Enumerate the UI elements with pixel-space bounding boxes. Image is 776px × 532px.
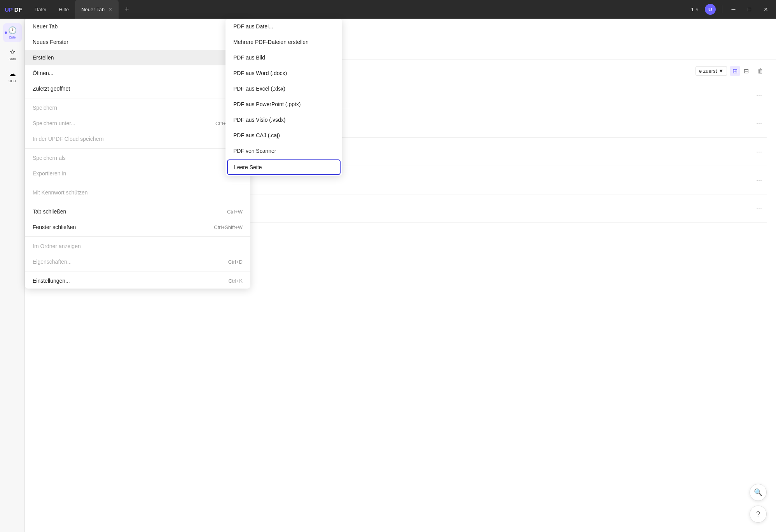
grid-view-button[interactable]: ⊞ (730, 66, 740, 76)
menu-separator (25, 202, 250, 202)
menu-separator (25, 183, 250, 183)
menu-item-save-as: Speichern unter... Ctrl+Shift+S (25, 116, 250, 131)
titlebar-right: 1 ∨ U ─ □ ✕ (691, 4, 771, 15)
sidebar-item-recent[interactable]: 🕐 Zule (3, 23, 22, 42)
view-toggle: ⊞ ⊟ (730, 66, 751, 76)
file-context-menu[interactable]: ··· (755, 118, 764, 129)
active-indicator (5, 32, 7, 34)
sidebar-item-starred[interactable]: ☆ Sam (3, 45, 22, 64)
menu-separator (25, 236, 250, 237)
divider (722, 5, 722, 13)
menu-item-create[interactable]: Erstellen › (25, 50, 250, 65)
tab-count[interactable]: 1 ∨ (691, 7, 698, 12)
tab-neuer-tab[interactable]: Neuer Tab ✕ (75, 0, 119, 19)
close-button[interactable]: ✕ (760, 5, 771, 14)
maximize-button[interactable]: □ (745, 5, 754, 14)
titlebar-tabs: Datei Hilfe Neuer Tab ✕ + (28, 0, 132, 19)
submenu-item-multi-pdf[interactable]: Mehrere PDF-Dateien erstellen (225, 34, 342, 50)
menu-item-export-as: Speichern als (25, 150, 250, 166)
menu-item-save-cloud: In der UPDF Cloud speichern (25, 131, 250, 147)
file-context-menu[interactable]: ··· (755, 175, 764, 186)
submenu-item-pdf-from-excel[interactable]: PDF aus Excel (.xlsx) (225, 81, 342, 96)
help-fab-button[interactable]: ? (750, 506, 767, 523)
chevron-down-icon: ∨ (696, 7, 699, 12)
app-logo: UPDF (5, 6, 22, 13)
menu-item-open[interactable]: Öffnen... Ctrl+O (25, 65, 250, 81)
tab-hilfe[interactable]: Hilfe (52, 0, 75, 19)
tab-datei[interactable]: Datei (28, 0, 52, 19)
menu-item-properties: Eigenschaften... Ctrl+D (25, 254, 250, 270)
submenu-item-pdf-from-caj[interactable]: PDF aus CAJ (.caj) (225, 128, 342, 143)
minimize-button[interactable]: ─ (729, 5, 739, 14)
create-submenu: PDF aus Datei... Mehrere PDF-Dateien ers… (225, 19, 342, 176)
clock-icon: 🕐 (8, 26, 17, 35)
menu-item-export-to: Exportieren in (25, 166, 250, 181)
submenu-item-pdf-from-ppt[interactable]: PDF aus PowerPoint (.pptx) (225, 96, 342, 112)
close-tab-icon[interactable]: ✕ (108, 7, 112, 12)
menu-item-close-tab[interactable]: Tab schließen Ctrl+W (25, 204, 250, 219)
search-fab-button[interactable]: 🔍 (750, 484, 767, 501)
cloud-icon: ☁ (9, 70, 16, 78)
star-icon: ☆ (9, 48, 16, 56)
menu-separator (25, 148, 250, 149)
menu-item-new-window[interactable]: Neues Fenster Ctrl+N (25, 34, 250, 50)
new-tab-button[interactable]: + (122, 4, 132, 15)
help-icon: ? (756, 510, 760, 518)
submenu-panel: PDF aus Datei... Mehrere PDF-Dateien ers… (225, 19, 342, 176)
delete-button[interactable]: 🗑 (754, 66, 767, 76)
menu-item-protect: Mit Kennwort schützen (25, 185, 250, 200)
submenu-item-pdf-from-file[interactable]: PDF aus Datei... (225, 19, 342, 34)
submenu-item-pdf-from-scanner[interactable]: PDF von Scanner (225, 143, 342, 159)
file-menu-dropdown: Neuer Tab Ctrl+T Neues Fenster Ctrl+N Er… (25, 19, 250, 289)
sidebar-item-cloud[interactable]: ☁ UPD (3, 67, 22, 86)
submenu-item-blank-page[interactable]: Leere Seite (227, 159, 341, 175)
file-context-menu[interactable]: ··· (755, 89, 764, 101)
menu-item-save: Speichern Ctrl+S (25, 100, 250, 116)
search-icon: 🔍 (754, 488, 762, 497)
titlebar: UPDF Datei Hilfe Neuer Tab ✕ + 1 ∨ U ─ □… (0, 0, 776, 19)
sidebar: 🕐 Zule ☆ Sam ☁ UPD (0, 19, 25, 532)
sort-dropdown[interactable]: e zuerst ▼ (696, 66, 727, 76)
menu-item-settings[interactable]: Einstellungen... Ctrl+K (25, 273, 250, 289)
submenu-item-pdf-from-visio[interactable]: PDF aus Visio (.vsdx) (225, 112, 342, 128)
menu-separator (25, 271, 250, 271)
menu-item-close-window[interactable]: Fenster schließen Ctrl+Shift+W (25, 219, 250, 235)
list-view-button[interactable]: ⊟ (741, 66, 751, 76)
submenu-item-pdf-from-word[interactable]: PDF aus Word (.docx) (225, 65, 342, 81)
menu-item-show-folder: Im Ordner anzeigen (25, 238, 250, 254)
submenu-item-pdf-from-image[interactable]: PDF aus Bild (225, 50, 342, 65)
file-context-menu[interactable]: ··· (755, 203, 764, 214)
file-context-menu[interactable]: ··· (755, 146, 764, 158)
menu-item-recent[interactable]: Zuletzt geöffnet › (25, 81, 250, 96)
sort-arrow-icon: ▼ (718, 68, 724, 74)
menu-separator (25, 98, 250, 98)
user-avatar[interactable]: U (705, 4, 716, 15)
menu-item-new-tab[interactable]: Neuer Tab Ctrl+T (25, 19, 250, 34)
